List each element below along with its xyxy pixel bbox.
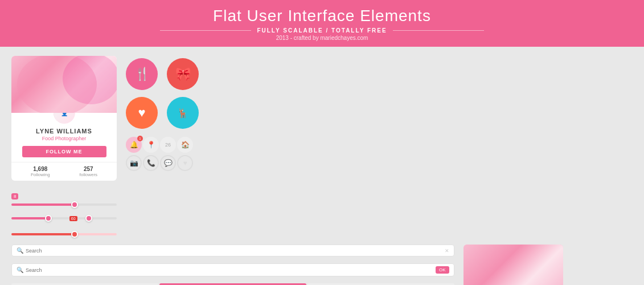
header-divider-left	[160, 30, 251, 31]
col-blog: Food Photographer Title for your news bl…	[463, 245, 563, 285]
col-profile: 👤 LYNE WILLIAMS Food Photographer FOLLOW…	[11, 56, 117, 235]
small-icon-heart-sm[interactable]: ♥	[177, 155, 193, 171]
followers-count: 257	[80, 166, 98, 172]
heart-small-icon: ♥	[183, 159, 187, 167]
small-icon-phone[interactable]: 📞	[143, 155, 159, 171]
search-box-2[interactable]: 🔍 OK	[11, 263, 454, 276]
bow-icon: 🎀	[175, 67, 191, 82]
follow-button[interactable]: FOLLOW ME	[22, 146, 106, 157]
camera-icon: 📷	[130, 159, 138, 167]
slider-track-3[interactable]	[11, 233, 117, 235]
notification-badge: 8	[11, 193, 18, 199]
icon-fork[interactable]: 🍴	[126, 58, 158, 90]
icon-circles-grid: 🍴 🎀 ♥ 🦌	[126, 56, 201, 129]
location-icon: 📍	[147, 141, 155, 149]
header-divider-right	[393, 30, 484, 31]
profile-image-overlay	[11, 56, 117, 113]
header-credit: 2013 - crafted by mariedchayes.com	[0, 35, 644, 41]
stat-followers: 257 followers	[80, 166, 98, 177]
icon-bow[interactable]: 🎀	[167, 58, 199, 90]
slider-row-2	[11, 217, 117, 219]
small-icon-camera[interactable]: 📷	[126, 155, 142, 171]
bell-icon: 🔔	[130, 141, 138, 149]
slider-track-1[interactable]	[11, 203, 117, 206]
home-icon: 🏠	[181, 141, 190, 149]
phone-icon: 📞	[147, 159, 155, 167]
small-icon-chat[interactable]: 💬	[160, 155, 176, 171]
following-label: Following	[31, 172, 50, 177]
icon-heart[interactable]: ♥	[126, 97, 158, 129]
fork-icon: 🍴	[134, 67, 150, 82]
profile-name: LYNE WILLIAMS	[11, 128, 117, 135]
slider-thumb-2[interactable]	[45, 215, 52, 222]
stat-following: 1,698 Following	[31, 166, 50, 177]
badge-dot: 1	[137, 136, 143, 141]
followers-label: followers	[80, 172, 98, 177]
slider-thumb-3[interactable]	[85, 215, 92, 222]
slider-fill-3	[11, 233, 75, 235]
slider-fill-1	[11, 203, 75, 206]
heart-icon: ♥	[138, 105, 145, 120]
header-subtitle: FULLY SCALABLE / TOTALLY FREE	[257, 27, 387, 34]
blog-card: Food Photographer Title for your news bl…	[463, 245, 563, 285]
volume-indicator: 60	[69, 216, 77, 221]
profile-card: 👤 LYNE WILLIAMS Food Photographer FOLLOW…	[11, 56, 117, 181]
icon-deer[interactable]: 🦌	[167, 97, 199, 129]
small-icon-home[interactable]: 🏠	[177, 137, 193, 153]
slider-row-3: 60	[11, 233, 117, 235]
search-x-icon: ✕	[445, 248, 449, 254]
col-icons: 🍴 🎀 ♥ 🦌 🔔 1 📍 26 �	[126, 56, 201, 235]
search-input-2[interactable]	[26, 267, 433, 273]
slider-track-2[interactable]	[11, 217, 117, 219]
profile-image	[11, 56, 117, 113]
slider-thumb-4[interactable]	[71, 231, 78, 238]
search-input-1[interactable]	[26, 248, 442, 254]
main-content: 👤 LYNE WILLIAMS Food Photographer FOLLOW…	[0, 47, 644, 285]
sliders-area: 8 60	[11, 189, 117, 235]
page-header: Flat User Interface Elements FULLY SCALA…	[0, 0, 644, 47]
following-count: 1,698	[31, 166, 50, 172]
blog-image: Food Photographer	[463, 245, 563, 285]
search-icon-2: 🔍	[17, 267, 23, 273]
header-subtitle-row: FULLY SCALABLE / TOTALLY FREE	[0, 27, 644, 34]
number-icon: 26	[165, 142, 171, 148]
ok-button[interactable]: OK	[436, 266, 449, 274]
search-icon-1: 🔍	[17, 247, 23, 254]
small-icon-notification[interactable]: 🔔 1	[126, 137, 142, 153]
deer-icon: 🦌	[177, 108, 188, 119]
profile-role: Food Photographer	[11, 136, 117, 141]
page-title: Flat User Interface Elements	[0, 7, 644, 25]
slider-thumb-1[interactable]	[71, 201, 78, 208]
small-icon-location[interactable]: 📍	[143, 137, 159, 153]
search-box-1[interactable]: 🔍 ✕	[11, 245, 454, 256]
slider-row-1: 8	[11, 193, 117, 206]
profile-stats: 1,698 Following 257 followers	[11, 162, 117, 181]
slider-fill-2	[11, 217, 48, 219]
small-icon-number[interactable]: 26	[160, 137, 176, 153]
col-tabs: 🔍 ✕ 🔍 OK Tab 1 Tab 2 Tab 3 Lorem ipsum d…	[11, 245, 454, 285]
small-icons-area: 🔔 1 📍 26 🏠 📷 📞 💬 ♥	[126, 137, 201, 171]
chat-icon: 💬	[164, 159, 173, 167]
